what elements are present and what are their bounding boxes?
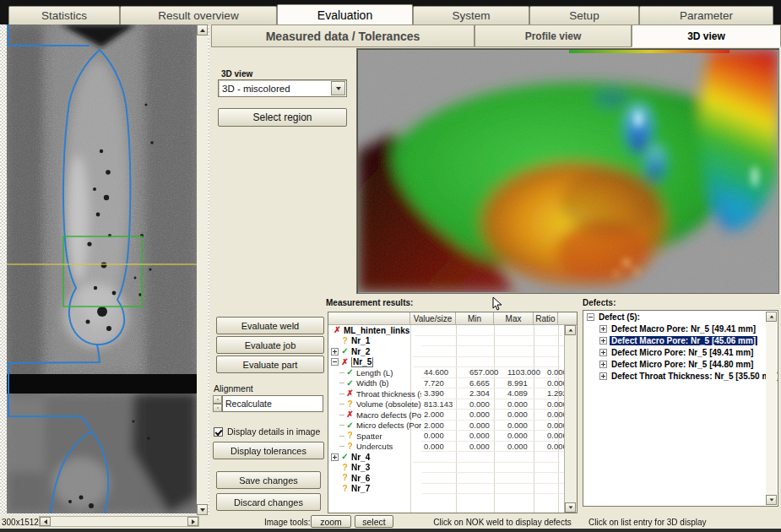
defect-root-row[interactable]: Defect (5): <box>583 312 778 323</box>
measurement-row[interactable]: ✗Nr_5 <box>328 357 577 368</box>
3d-render-view[interactable] <box>356 48 779 294</box>
view3d-mode-combobox[interactable]: 3D - miscolored <box>218 79 347 97</box>
measurement-row[interactable]: ?Nr_7 <box>328 484 577 495</box>
scroll-up-icon[interactable] <box>766 312 777 322</box>
measurement-row[interactable]: ✗ML_hinten_links <box>328 325 577 336</box>
measurement-scrollbar[interactable] <box>564 325 577 513</box>
checkbox-checked-icon[interactable] <box>214 427 223 437</box>
measurement-row[interactable]: ?Volume (obsolete)813.1430.0000.0000.000 <box>328 399 577 410</box>
select-button[interactable]: select <box>355 515 393 528</box>
measurement-value-cell <box>468 463 506 474</box>
measurement-row[interactable]: ✓Length (L)44.600657.0001103.0000.000 <box>328 367 577 378</box>
tree-item-label: Undercuts <box>356 442 393 451</box>
expand-plus-icon[interactable] <box>331 348 339 356</box>
list-entry-hint: Click on list entry for 3D display <box>588 518 707 527</box>
tab-parameter[interactable]: Parameter <box>639 6 773 24</box>
spinner-up-icon[interactable] <box>213 395 222 404</box>
zoom-button[interactable]: zoom <box>311 515 351 528</box>
measurement-row-name: ?Undercuts <box>328 442 421 453</box>
collapse-minus-icon[interactable] <box>331 358 339 366</box>
measurement-value-cell <box>468 484 506 495</box>
scroll-left-icon[interactable] <box>40 517 51 526</box>
measurement-value-cell: 4.089 <box>505 388 545 399</box>
tab-setup[interactable]: Setup <box>529 6 639 24</box>
spinner-down-icon[interactable] <box>213 404 222 412</box>
defect-list-item[interactable]: Defect Macro Pore: Nr_5 [49.41 mm] <box>583 323 778 334</box>
defect-list-item[interactable]: Defect Micro Pore: Nr_5 [49.41 mm] <box>583 347 778 358</box>
subtab-measured-data-tolerances[interactable]: Measured data / Tolerances <box>211 24 475 47</box>
scroll-up-icon[interactable] <box>197 24 208 35</box>
discard-changes-button[interactable]: Discard changes <box>216 493 321 511</box>
question-icon: ? <box>345 442 355 451</box>
scroll-down-icon[interactable] <box>565 502 576 513</box>
scroll-down-icon[interactable] <box>197 504 208 515</box>
weld-xray-image[interactable] <box>7 24 197 513</box>
measurement-row[interactable]: ✗Macro defects (Por2.0000.0000.0000.000 <box>328 410 577 421</box>
nok-icon: ✗ <box>345 389 355 398</box>
measurement-row-name: ✓Nr_4 <box>328 452 413 463</box>
measurement-row-name: ✗Macro defects (Por <box>328 410 421 421</box>
column-header-min: Min <box>456 312 494 325</box>
select-region-button[interactable]: Select region <box>218 108 347 127</box>
expand-plus-icon[interactable] <box>599 361 607 368</box>
alignment-spinner[interactable]: Recalculate <box>213 395 323 412</box>
expand-plus-icon[interactable] <box>599 372 607 380</box>
measurement-row[interactable]: ?Spatter0.0000.0000.0000.000 <box>328 431 577 442</box>
display-tolerances-button[interactable]: Display tolerances <box>213 442 324 459</box>
measurement-value-cell: 0.000 <box>505 410 545 421</box>
scroll-down-icon[interactable] <box>766 495 777 505</box>
tab-evaluation[interactable]: Evaluation <box>277 4 413 24</box>
evaluate-job-button[interactable]: Evaluate job <box>216 336 324 354</box>
defect-list-item[interactable]: Defect Micro Pore: Nr_5 [44.80 mm] <box>583 359 778 370</box>
measurement-row[interactable]: ✓Width (b)7.7206.6658.9910.000 <box>328 378 577 389</box>
measurement-value-cell <box>496 346 536 357</box>
image-vertical-scrollbar[interactable] <box>197 24 208 515</box>
column-header-value: Value/size <box>410 312 456 325</box>
measurement-row[interactable]: ?Undercuts0.0000.0000.0000.000 <box>328 442 577 453</box>
measurement-row[interactable]: ✓Micro defects (Pore2.0000.0000.0000.000 <box>328 421 577 432</box>
tab-system[interactable]: System <box>413 6 529 24</box>
3d-surface-render <box>358 50 778 292</box>
subtab-profile-view[interactable]: Profile view <box>475 24 632 47</box>
measurement-value-cell <box>422 473 468 484</box>
display-details-checkbox-row[interactable]: Display details in image <box>214 426 320 437</box>
image-horizontal-scrollbar[interactable] <box>39 516 199 527</box>
evaluate-weld-button[interactable]: Evaluate weld <box>216 317 324 334</box>
subtab-3d-view[interactable]: 3D view <box>632 24 781 47</box>
expand-plus-icon[interactable] <box>599 325 607 333</box>
evaluate-part-button[interactable]: Evaluate part <box>216 356 324 373</box>
defects-scrollbar[interactable] <box>766 312 777 505</box>
measurement-row-name: ?Nr_3 <box>328 463 422 474</box>
scroll-up-icon[interactable] <box>565 325 576 335</box>
sub-tab-bar: Measured data / TolerancesProfile view3D… <box>211 24 781 47</box>
expand-plus-icon[interactable] <box>599 337 607 345</box>
alignment-value[interactable]: Recalculate <box>222 395 323 412</box>
tab-result-overview[interactable]: Result overview <box>120 6 277 24</box>
measurement-row[interactable]: ?Nr_3 <box>328 463 577 474</box>
tree-item-label: Nr_3 <box>351 463 370 472</box>
defect-list-item[interactable]: Defect Macro Pore: Nr_5 [45.06 mm] <box>583 335 778 346</box>
measurement-row[interactable]: ?Nr_6 <box>328 473 577 484</box>
question-icon: ? <box>340 474 350 482</box>
measurement-row[interactable]: ✓Nr_4 <box>328 452 577 463</box>
scroll-right-icon[interactable] <box>187 517 198 526</box>
save-changes-button[interactable]: Save changes <box>216 471 321 489</box>
measurement-value-cell <box>460 325 498 336</box>
measurement-value-cell <box>536 346 561 357</box>
measurement-value-cell <box>496 452 536 463</box>
measurement-value-cell: 0.000 <box>467 431 505 442</box>
tree-item-label: Nr_7 <box>351 484 370 493</box>
expand-plus-icon[interactable] <box>599 349 607 356</box>
tree-item-label: Throat thickness (s <box>356 389 421 399</box>
defect-item-label: Defect Macro Pore: Nr_5 [45.06 mm] <box>610 336 757 345</box>
defect-list-item[interactable]: Defect Throat Thickness: Nr_5 [35.50 mm] <box>583 371 778 382</box>
measurement-row[interactable]: ✓Nr_2 <box>328 346 577 357</box>
chevron-down-icon[interactable] <box>331 81 345 95</box>
tab-statistics[interactable]: Statistics <box>8 6 120 24</box>
collapse-minus-icon[interactable] <box>587 313 594 321</box>
bottom-bar: 300x1512 1X Image tools: zoom select Cli… <box>0 515 781 529</box>
measurement-row[interactable]: ✗Throat thickness (s3.3902.3044.0891.292 <box>328 388 577 399</box>
expand-plus-icon[interactable] <box>331 453 339 461</box>
measurement-row[interactable]: ?Nr_1 <box>328 336 577 347</box>
tree-column-header <box>328 312 410 325</box>
